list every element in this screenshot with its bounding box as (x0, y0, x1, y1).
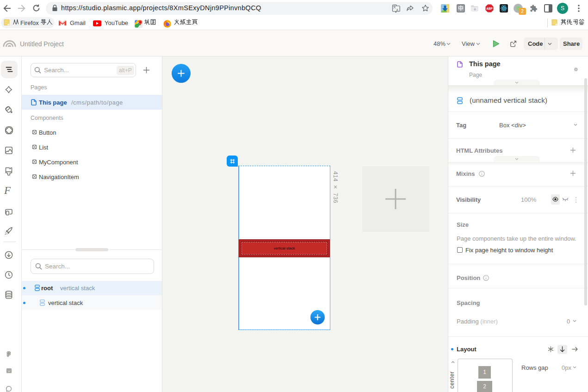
svg-text:ABP: ABP (486, 7, 493, 10)
svg-text:A: A (396, 8, 398, 12)
